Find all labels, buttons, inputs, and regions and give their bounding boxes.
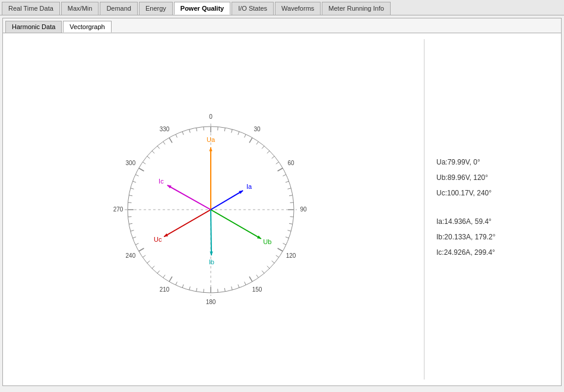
svg-line-41 [175, 282, 177, 284]
svg-line-34 [224, 287, 225, 291]
sub-tab-vectorgraph[interactable]: Vectorgraph [63, 21, 111, 33]
svg-line-43 [163, 274, 164, 277]
svg-line-9 [267, 151, 269, 153]
svg-line-90 [211, 210, 261, 239]
sub-tabs-bar: Harmonic DataVectorgraph [3, 18, 561, 33]
svg-line-30 [249, 276, 252, 282]
svg-text:240: 240 [125, 252, 135, 258]
svg-line-71 [203, 127, 204, 130]
svg-line-39 [189, 286, 190, 290]
svg-text:210: 210 [159, 286, 169, 292]
divider [424, 39, 424, 380]
svg-line-49 [135, 243, 138, 245]
voltage-item-0: Ua:79.99V, 0° [436, 154, 555, 170]
svg-text:Ia: Ia [246, 182, 252, 189]
svg-line-59 [135, 174, 138, 176]
svg-line-45 [152, 265, 154, 268]
svg-line-44 [157, 270, 160, 273]
svg-text:30: 30 [254, 125, 261, 132]
svg-text:270: 270 [113, 206, 123, 212]
svg-line-17 [290, 202, 293, 203]
svg-line-38 [196, 287, 197, 291]
svg-line-93 [164, 210, 211, 237]
svg-marker-88 [209, 147, 212, 151]
top-tab-max/min[interactable]: Max/Min [61, 2, 99, 15]
svg-text:150: 150 [252, 286, 262, 292]
top-tab-real-time-data[interactable]: Real Time Data [2, 2, 60, 15]
svg-line-32 [237, 284, 239, 287]
svg-line-56 [129, 195, 132, 195]
current-item-1: Ib:20.133A, 179.2° [436, 229, 555, 245]
svg-line-29 [256, 274, 258, 277]
svg-line-46 [147, 261, 150, 263]
data-panel: Ua:79.99V, 0°Ub:89.96V, 120°Uc:100.17V, … [436, 39, 555, 380]
svg-line-13 [283, 174, 286, 176]
svg-line-60 [138, 168, 144, 171]
svg-line-96 [211, 190, 243, 209]
svg-line-16 [289, 195, 292, 195]
top-tab-waveforms[interactable]: Waveforms [275, 2, 321, 15]
vectorgraph-area: 0306090120150180210240270300330UaUbUcIaI… [9, 39, 412, 380]
top-tab-i/o-states[interactable]: I/O States [232, 2, 274, 15]
svg-line-55 [128, 202, 131, 203]
svg-line-53 [128, 216, 131, 217]
svg-line-11 [275, 162, 278, 163]
voltage-item-1: Ub:89.96V, 120° [436, 170, 555, 185]
sub-tab-harmonic-data[interactable]: Harmonic Data [5, 21, 62, 33]
svg-line-37 [203, 289, 204, 292]
svg-line-69 [189, 129, 190, 132]
svg-line-58 [132, 181, 136, 182]
current-group: Ia:14.936A, 59.4°Ib:20.133A, 179.2°Ic:24… [436, 214, 555, 260]
svg-text:60: 60 [287, 159, 294, 166]
svg-line-51 [130, 230, 134, 231]
svg-line-28 [262, 270, 264, 273]
svg-line-25 [275, 255, 278, 257]
svg-line-12 [277, 168, 283, 171]
svg-line-26 [271, 261, 274, 263]
svg-line-66 [169, 137, 172, 143]
svg-line-19 [290, 216, 293, 217]
svg-text:180: 180 [205, 298, 216, 305]
current-item-0: Ia:14.936A, 59.4° [436, 214, 555, 229]
svg-line-4 [237, 131, 239, 135]
svg-line-47 [142, 255, 145, 257]
svg-text:0: 0 [209, 113, 213, 119]
svg-line-102 [167, 185, 210, 209]
svg-text:Ub: Ub [263, 238, 271, 245]
svg-text:Ib: Ib [208, 258, 214, 265]
svg-line-57 [130, 188, 134, 189]
top-tab-demand[interactable]: Demand [100, 2, 138, 15]
svg-line-3 [231, 129, 232, 132]
svg-text:Ua: Ua [206, 135, 215, 143]
svg-line-67 [175, 134, 177, 137]
data-separator [436, 206, 555, 214]
svg-line-50 [132, 236, 136, 238]
svg-line-70 [196, 128, 197, 131]
svg-line-99 [211, 210, 211, 255]
svg-text:120: 120 [286, 252, 296, 258]
content-area: 0306090120150180210240270300330UaUbUcIaI… [3, 33, 561, 385]
svg-line-31 [244, 282, 246, 284]
top-tabs-bar: Real Time DataMax/MinDemandEnergyPower Q… [0, 0, 564, 15]
svg-text:90: 90 [300, 206, 307, 212]
top-tab-power-quality[interactable]: Power Quality [174, 2, 230, 15]
svg-line-62 [147, 156, 150, 159]
svg-line-42 [169, 276, 172, 282]
svg-line-63 [152, 151, 154, 153]
svg-line-7 [256, 141, 258, 144]
svg-line-61 [142, 162, 145, 163]
svg-line-8 [262, 146, 264, 148]
svg-line-21 [287, 230, 291, 231]
svg-line-23 [283, 243, 286, 245]
top-tab-energy[interactable]: Energy [139, 2, 173, 15]
svg-line-2 [224, 128, 225, 131]
svg-line-10 [271, 156, 274, 159]
svg-line-5 [244, 134, 246, 137]
svg-line-48 [138, 248, 144, 251]
top-tab-meter-running-info[interactable]: Meter Running Info [322, 2, 391, 15]
svg-line-40 [182, 284, 183, 287]
svg-line-1 [217, 127, 218, 130]
svg-line-15 [287, 188, 291, 189]
voltage-group: Ua:79.99V, 0°Ub:89.96V, 120°Uc:100.17V, … [436, 154, 555, 201]
svg-line-22 [285, 236, 289, 238]
